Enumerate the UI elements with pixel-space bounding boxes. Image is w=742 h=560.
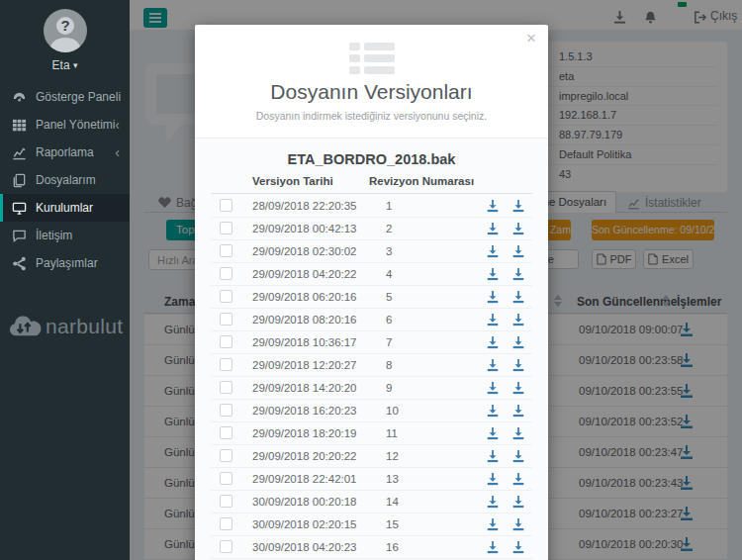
sidebar-item-i-leti-im[interactable]: İletişim <box>0 222 130 249</box>
user-menu[interactable]: Eta ▾ <box>0 58 130 72</box>
user-name-label: Eta <box>52 58 70 72</box>
version-checkbox[interactable] <box>220 404 232 417</box>
download-icon[interactable] <box>486 244 500 258</box>
svg-text:?: ? <box>60 17 69 34</box>
version-row: 29/09/2018 12:20:278 <box>211 354 532 377</box>
sidebar-item-dosyalar-m[interactable]: Dosyalarım <box>0 166 130 194</box>
sidebar-item-label: Dosyalarım <box>36 173 96 187</box>
version-checkbox[interactable] <box>220 222 232 234</box>
download-icon[interactable] <box>511 449 525 463</box>
download-icon[interactable] <box>486 222 500 235</box>
version-row: 28/09/2018 22:20:351 <box>211 195 532 218</box>
download-icon[interactable] <box>511 335 525 349</box>
download-icon[interactable] <box>511 267 525 281</box>
version-row: 30/09/2018 02:20:1515 <box>211 513 532 536</box>
version-checkbox[interactable] <box>220 335 232 348</box>
version-row: 29/09/2018 18:20:1911 <box>211 422 532 445</box>
sidebar-item-payla-mlar[interactable]: Paylaşımlar <box>0 249 130 277</box>
chevron-left-icon: ‹ <box>115 139 120 166</box>
version-checkbox[interactable] <box>220 244 232 257</box>
revision-number-cell: 15 <box>386 518 399 530</box>
modal-subtitle: Dosyanın indirmek istediğiniz versiyonun… <box>195 110 548 122</box>
download-icon[interactable] <box>486 449 500 463</box>
version-checkbox[interactable] <box>220 495 232 508</box>
revision-number-cell: 13 <box>386 473 399 485</box>
version-checkbox[interactable] <box>220 290 232 303</box>
share-icon <box>12 256 27 271</box>
sidebar-item-kurulumlar[interactable]: Kurulumlar <box>0 194 130 222</box>
avatar[interactable]: ? <box>44 9 87 52</box>
download-icon[interactable] <box>486 426 500 440</box>
revision-number-cell: 8 <box>386 359 392 371</box>
download-icon[interactable] <box>486 517 500 531</box>
download-icon[interactable] <box>511 381 525 395</box>
version-row: 30/09/2018 04:20:2316 <box>211 536 532 559</box>
column-version-date: Versiyon Tarihi <box>252 175 333 187</box>
download-icon[interactable] <box>511 517 525 531</box>
version-row: 29/09/2018 04:20:224 <box>211 263 532 286</box>
version-row: 29/09/2018 10:36:177 <box>211 331 532 354</box>
download-icon[interactable] <box>486 495 500 509</box>
version-date-cell: 28/09/2018 22:20:35 <box>252 200 357 212</box>
download-icon[interactable] <box>486 267 500 281</box>
revision-number-cell: 6 <box>386 314 392 326</box>
download-icon[interactable] <box>486 381 500 395</box>
download-icon[interactable] <box>511 472 525 486</box>
files-icon <box>12 173 27 188</box>
version-row: 29/09/2018 22:42:0113 <box>211 468 532 491</box>
version-date-cell: 29/09/2018 10:36:17 <box>252 336 357 348</box>
sidebar-item-panel-y-netimi[interactable]: Panel Yönetimi‹ <box>0 111 130 139</box>
version-checkbox[interactable] <box>220 517 232 530</box>
sidebar-item-raporlama[interactable]: Raporlama‹ <box>0 139 130 166</box>
download-icon[interactable] <box>486 540 500 554</box>
download-icon[interactable] <box>511 290 525 304</box>
sidebar: ? Eta ▾ Gösterge PaneliPanel Yönetimi‹Ra… <box>0 0 130 560</box>
version-date-cell: 29/09/2018 22:42:01 <box>252 473 357 485</box>
download-icon[interactable] <box>511 495 525 509</box>
version-row: 29/09/2018 20:20:2212 <box>211 445 532 468</box>
revision-number-cell: 2 <box>386 223 392 234</box>
cloud-logo-icon <box>7 313 44 340</box>
version-date-cell: 29/09/2018 14:20:20 <box>252 382 357 394</box>
download-icon[interactable] <box>511 199 525 213</box>
revision-number-cell: 12 <box>386 450 399 462</box>
download-icon[interactable] <box>511 426 525 440</box>
download-icon[interactable] <box>511 313 525 327</box>
version-checkbox[interactable] <box>220 449 232 462</box>
download-icon[interactable] <box>486 199 500 213</box>
version-date-cell: 30/09/2018 02:20:15 <box>252 518 357 530</box>
version-row: 29/09/2018 14:20:209 <box>211 377 532 400</box>
version-date-cell: 29/09/2018 16:20:23 <box>252 405 357 417</box>
download-icon[interactable] <box>486 358 500 372</box>
download-icon[interactable] <box>511 358 525 372</box>
download-icon[interactable] <box>511 222 525 235</box>
download-icon[interactable] <box>511 540 525 554</box>
download-icon[interactable] <box>486 313 500 327</box>
version-checkbox[interactable] <box>220 199 232 212</box>
file-versions-modal: × Dosyanın Versiyonları Dosyanın indirme… <box>195 25 548 560</box>
sidebar-item-label: Paylaşımlar <box>36 256 98 270</box>
version-checkbox[interactable] <box>220 313 232 326</box>
revision-number-cell: 4 <box>386 268 392 280</box>
download-icon[interactable] <box>486 290 500 304</box>
grid-icon <box>12 118 27 133</box>
version-checkbox[interactable] <box>220 540 232 553</box>
comment-icon <box>12 229 27 243</box>
modal-title: Dosyanın Versiyonları <box>195 80 548 104</box>
version-checkbox[interactable] <box>220 381 232 394</box>
version-checkbox[interactable] <box>220 426 232 439</box>
download-icon[interactable] <box>511 404 525 418</box>
versions-table-header: Versiyon Tarihi Revizyon Numarası <box>211 175 532 194</box>
revision-number-cell: 16 <box>386 541 399 553</box>
version-checkbox[interactable] <box>220 472 232 485</box>
version-row: 29/09/2018 08:20:166 <box>211 309 532 331</box>
version-date-cell: 30/09/2018 00:20:18 <box>252 496 357 508</box>
sidebar-item-label: İletişim <box>36 229 72 242</box>
version-checkbox[interactable] <box>220 358 232 371</box>
sidebar-item-g-sterge-paneli[interactable]: Gösterge Paneli <box>0 83 130 111</box>
download-icon[interactable] <box>486 335 500 349</box>
download-icon[interactable] <box>486 472 500 486</box>
download-icon[interactable] <box>511 244 525 258</box>
version-checkbox[interactable] <box>220 267 232 280</box>
download-icon[interactable] <box>486 404 500 418</box>
